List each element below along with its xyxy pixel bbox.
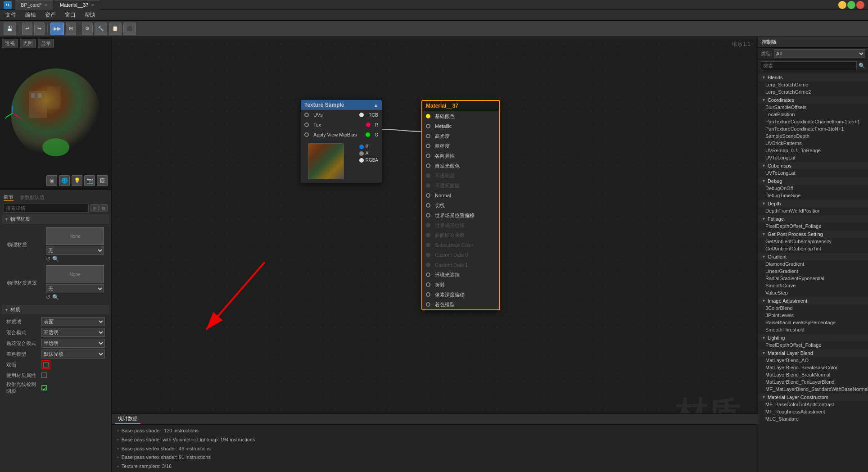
rp-search-input[interactable] — [761, 61, 857, 70]
mat-shading-select[interactable]: 默认光照 — [41, 349, 105, 359]
tangent-pin[interactable] — [426, 203, 430, 208]
vp-lighting-btn[interactable]: 光照 — [20, 39, 36, 48]
mat-domain-select[interactable]: 表面 — [41, 317, 105, 326]
rp-section-blends-header[interactable]: ▼ Blends — [758, 74, 868, 81]
rp-filter-select[interactable]: All — [774, 49, 865, 58]
toolbar-extra4[interactable]: ⬛ — [123, 23, 136, 35]
vp-icon-5[interactable]: 🖼 — [97, 175, 108, 186]
twosided-checkbox[interactable] — [43, 362, 49, 368]
rgba-pin-out[interactable] — [359, 158, 364, 163]
uvs-pin-in[interactable] — [304, 113, 309, 117]
rp-item-debug-off[interactable]: DebugOnOff — [758, 185, 868, 192]
reset-icon[interactable]: ↺ — [46, 256, 50, 262]
custom1-pin[interactable] — [426, 263, 430, 267]
section-material[interactable]: ▼ 材质 — [2, 305, 109, 314]
rp-section-depth-header[interactable]: ▼ Depth — [758, 200, 868, 207]
menu-help[interactable]: 帮助 — [81, 10, 99, 20]
rp-item-linear[interactable]: LinearGradient — [758, 268, 868, 275]
mip-pin-in[interactable] — [304, 132, 309, 137]
use-material-checkbox[interactable] — [41, 372, 47, 378]
menu-file[interactable]: 文件 — [2, 10, 20, 20]
rp-item-debug-sine[interactable]: DebugTimeSine — [758, 192, 868, 199]
rp-item-roughness-adj[interactable]: MF_RoughnessAdjustment — [758, 408, 868, 415]
rp-item-pan2[interactable]: PanTextureCoordinateFrom-1toN+1 — [758, 125, 868, 132]
vp-icon-2[interactable]: 🌐 — [59, 175, 70, 186]
rp-section-foliage-header[interactable]: ▼ Foliage — [758, 215, 868, 222]
section-physical-material[interactable]: ▼ 物理材质 — [2, 214, 109, 224]
rp-item-ambient-tint[interactable]: GetAmbientCubemapTint — [758, 245, 868, 252]
rp-item-mlb-ten-layer[interactable]: MatLayerBlend_TenLayerBlend — [758, 378, 868, 386]
toolbar-btn-2[interactable]: ↪ — [34, 23, 45, 35]
rp-item-depth-world[interactable]: DepthFromWorldPosition — [758, 207, 868, 214]
rp-item-base-color-tint[interactable]: MF_BaseColorTintAndContrast — [758, 401, 868, 408]
rp-item-value-step[interactable]: ValueStep — [758, 289, 868, 296]
shading-model-pin[interactable] — [426, 302, 430, 307]
rp-section-lighting-header[interactable]: ▼ Lighting — [758, 334, 868, 341]
mask-search-icon[interactable]: 🔍 — [52, 294, 59, 300]
normal-pin[interactable] — [426, 193, 430, 198]
tab-material[interactable]: Material__37 × — [54, 0, 99, 10]
tab-bp-card[interactable]: BP_card* × — [15, 0, 53, 10]
search-icon[interactable]: 🔍 — [52, 256, 59, 262]
canvas-area[interactable]: 缩放1:1 材质 Texture Sample ▲ — [112, 37, 758, 472]
rp-section-mlc-header[interactable]: ▼ Material Layer Constructors — [758, 394, 868, 401]
toolbar-btn-1[interactable]: ↩ — [22, 23, 32, 35]
rp-section-image-adj-header[interactable]: ▼ Image Adjustment — [758, 297, 868, 304]
vp-icon-4[interactable]: 📷 — [84, 175, 95, 186]
rp-item-mlb-break-base[interactable]: MatLayerBlend_BreakBaseColor — [758, 364, 868, 371]
b-pin-out[interactable] — [359, 145, 364, 149]
rp-item-pan1[interactable]: PanTextureCoordinateChannelfrom-1ton+1 — [758, 118, 868, 125]
toolbar-mode-btn[interactable]: ▶▶ — [50, 23, 64, 35]
subsurface-pin[interactable] — [426, 243, 430, 247]
mat-blend-select[interactable]: 不透明 — [41, 328, 105, 337]
vp-icon-1[interactable]: ◉ — [46, 175, 57, 186]
rp-section-gradient-header[interactable]: ▼ Gradient — [758, 253, 868, 260]
close-tab-bp-card[interactable]: × — [44, 2, 47, 8]
tess-pin[interactable] — [426, 233, 430, 237]
pixel-depth-pin[interactable] — [426, 292, 430, 297]
rp-item-uvlong[interactable]: UVToLongLat — [758, 154, 868, 161]
texture-expand-btn[interactable]: ▲ — [374, 103, 378, 108]
rp-item-raise-black[interactable]: RaiseBlackLevelsByPercentage — [758, 319, 868, 326]
rp-item-3color[interactable]: 3ColorBlend — [758, 304, 868, 312]
world-offset-pin[interactable] — [426, 213, 430, 218]
mask-reset-icon[interactable]: ↺ — [46, 294, 50, 300]
world-displace-pin[interactable] — [426, 223, 430, 227]
toolbar-extra3[interactable]: 📋 — [109, 23, 122, 35]
anisotropy-pin[interactable] — [426, 154, 430, 158]
opacity-mask-pin[interactable] — [426, 183, 430, 188]
rp-item-lerp2[interactable]: Lerp_ScratchGrime2 — [758, 88, 868, 95]
list-view-btn[interactable]: ≡ — [90, 204, 99, 212]
emissive-pin[interactable] — [426, 163, 430, 168]
rp-item-blur[interactable]: BlurSampleOffsets — [758, 104, 868, 111]
rp-item-uvbrick[interactable]: UVBrickPatterns — [758, 140, 868, 147]
rp-item-uvlong2[interactable]: UVToLongLat — [758, 169, 868, 177]
metallic-pin[interactable] — [426, 124, 430, 128]
minimize-btn[interactable] — [838, 1, 846, 9]
stats-tab[interactable]: 统计数据 — [115, 414, 140, 424]
rp-item-sample[interactable]: SampleSceneDepth — [758, 132, 868, 140]
physical-material-select[interactable]: 无 — [46, 246, 104, 255]
rp-search-icon[interactable]: 🔍 — [859, 63, 865, 69]
rp-section-mlb-header[interactable]: ▼ Material Layer Blend — [758, 349, 868, 357]
rp-section-coordinates-header[interactable]: ▼ Coordinates — [758, 96, 868, 104]
menu-edit[interactable]: 编辑 — [22, 10, 40, 20]
roughness-pin[interactable] — [426, 144, 430, 148]
tab-params[interactable]: 参数默认值 — [20, 194, 45, 201]
specular-pin[interactable] — [426, 134, 430, 138]
close-tab-material[interactable]: × — [91, 2, 94, 8]
rgb-pin-out[interactable] — [359, 113, 364, 117]
rp-item-uvremap[interactable]: UVRemap_0-1_ToRange — [758, 147, 868, 154]
vp-icon-3[interactable]: 💡 — [72, 175, 82, 186]
rp-item-mf-mat-layer[interactable]: MF_MatLayerBlend_StandardWithBaseNormal — [758, 386, 868, 393]
opacity-pin[interactable] — [426, 173, 430, 178]
close-btn[interactable] — [856, 1, 864, 9]
rp-item-mlc-standard[interactable]: MLC_Standard — [758, 415, 868, 422]
ao-pin[interactable] — [426, 272, 430, 277]
mask-select[interactable]: 无 — [46, 284, 104, 293]
rp-section-gpp-header[interactable]: ▼ Get Post Process Setting — [758, 231, 868, 238]
rp-item-foliage-pixel[interactable]: PixelDepthOffset_Foliage — [758, 222, 868, 230]
rp-item-3point[interactable]: 3PointLevels — [758, 312, 868, 319]
maximize-btn[interactable] — [847, 1, 855, 9]
rp-item-mlb-break-normal[interactable]: MatLayerBlend_BreakNormal — [758, 371, 868, 378]
